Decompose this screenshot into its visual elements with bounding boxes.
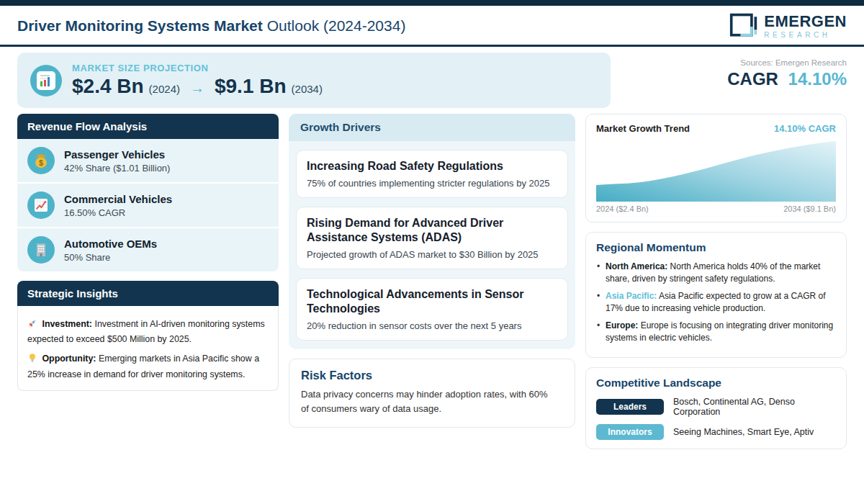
value-2024: $2.4 Bn <box>72 75 144 98</box>
regional-momentum-title: Regional Momentum <box>596 241 836 254</box>
year-2024: (2024) <box>149 83 180 95</box>
rocket-icon <box>27 318 37 333</box>
middle-column: Growth Drivers Increasing Road Safety Re… <box>289 114 575 428</box>
growth-drivers-header: Growth Drivers <box>289 114 575 141</box>
insight-investment: Investment: Investment in AI-driven moni… <box>27 318 269 346</box>
trend-start-label: 2024 ($2.4 Bn) <box>596 204 649 213</box>
revenue-rows: $ Passenger Vehicles 42% Share ($1.01 Bi… <box>17 139 279 271</box>
region-label: North America: <box>606 261 667 271</box>
line-chart-icon <box>27 192 55 219</box>
competitive-landscape-card: Competitive Landscape Leaders Bosch, Con… <box>585 367 847 449</box>
trend-title: Market Growth Trend <box>596 123 690 134</box>
trend-axis-labels: 2024 ($2.4 Bn) 2034 ($9.1 Bn) <box>596 204 836 213</box>
cagr-line: CAGR 14.10% <box>622 69 847 89</box>
growth-area-chart <box>596 140 836 202</box>
trend-header: Market Growth Trend 14.10% CAGR <box>596 123 836 134</box>
market-size-text: MARKET SIZE PROJECTION $2.4 Bn (2024) → … <box>72 63 323 98</box>
strategic-insights-header: Strategic Insights <box>17 281 279 306</box>
main-columns: Revenue Flow Analysis $ Passenger Vehicl… <box>17 114 847 459</box>
revenue-flow-panel: Revenue Flow Analysis $ Passenger Vehicl… <box>17 114 279 271</box>
money-bag-icon: $ <box>27 147 55 174</box>
page-title: Driver Monitoring Systems MarketOutlook … <box>17 17 405 35</box>
segment-stat: 16.50% CAGR <box>64 207 172 218</box>
cagr-block: Sources: Emergen Research CAGR 14.10% <box>622 53 847 108</box>
cagr-label: CAGR <box>727 69 778 89</box>
driver-title: Technological Advancements in Sensor Tec… <box>307 287 557 316</box>
driver-title: Rising Demand for Advanced Driver Assist… <box>307 216 557 245</box>
regional-momentum-card: Regional Momentum North America: North A… <box>585 232 847 358</box>
insight-label: Investment: <box>42 319 92 329</box>
strategic-insights-panel: Strategic Insights Investmen <box>17 281 279 391</box>
logo-text: EMERGEN RESEARCH <box>764 14 847 39</box>
emergen-logo-icon <box>729 12 758 40</box>
page-title-strong: Driver Monitoring Systems Market <box>17 17 263 34</box>
segment-stat: 42% Share ($1.01 Billion) <box>64 163 170 174</box>
revenue-row-oems: Automotive OEMs 50% Share <box>17 227 279 271</box>
segment-title: Automotive OEMs <box>64 238 157 250</box>
growth-driver-card: Increasing Road Safety Regulations 75% o… <box>296 150 568 198</box>
left-column: Revenue Flow Analysis $ Passenger Vehicl… <box>17 114 279 391</box>
building-icon <box>27 236 55 264</box>
driver-stat: 20% reduction in sensor costs over the n… <box>307 320 557 331</box>
bulb-icon <box>27 353 37 367</box>
page-title-rest: Outlook (2024-2034) <box>267 17 406 34</box>
region-text: Europe is focusing on integrating driver… <box>606 320 833 343</box>
market-size-values: $2.4 Bn (2024) → $9.1 Bn (2034) <box>72 75 323 98</box>
svg-text:$: $ <box>39 159 43 167</box>
region-item-europe: Europe: Europe is focusing on integratin… <box>596 320 836 345</box>
strategic-insights-body: Investment: Investment in AI-driven moni… <box>17 306 279 391</box>
revenue-flow-header: Revenue Flow Analysis <box>17 114 279 139</box>
region-item-asia-pacific: Asia Pacific: Asia Pacific expected to g… <box>596 290 836 315</box>
market-size-label: MARKET SIZE PROJECTION <box>72 63 323 73</box>
cagr-value: 14.10% <box>788 69 847 89</box>
region-label: Asia Pacific: <box>606 291 657 301</box>
innovators-badge: Innovators <box>596 424 664 440</box>
growth-driver-card: Rising Demand for Advanced Driver Assist… <box>296 207 568 269</box>
region-item-north-america: North America: North America holds 40% o… <box>596 261 836 286</box>
bar-chart-icon <box>30 65 62 96</box>
market-size-banner: MARKET SIZE PROJECTION $2.4 Bn (2024) → … <box>17 53 611 108</box>
segment-title: Commercial Vehicles <box>64 193 172 205</box>
insight-opportunity: Opportunity: Emerging markets in Asia Pa… <box>27 352 269 381</box>
competitive-landscape-title: Competitive Landscape <box>596 377 836 390</box>
header: Driver Monitoring Systems MarketOutlook … <box>0 6 864 47</box>
revenue-row-commercial: Commercial Vehicles 16.50% CAGR <box>17 182 279 227</box>
risk-factors-text: Data privacy concerns may hinder adoptio… <box>301 387 553 415</box>
risk-factors-card: Risk Factors Data privacy concerns may h… <box>289 359 575 428</box>
growth-drivers-panel: Growth Drivers Increasing Road Safety Re… <box>289 114 575 349</box>
leaders-companies: Bosch, Continental AG, Denso Corporation <box>673 397 836 417</box>
driver-stat: 75% of countries implementing stricter r… <box>307 178 557 189</box>
segment-stat: 50% Share <box>64 252 157 263</box>
trend-end-label: 2034 ($9.1 Bn) <box>783 204 836 213</box>
revenue-row-text: Passenger Vehicles 42% Share ($1.01 Bill… <box>64 148 170 174</box>
revenue-row-passenger: $ Passenger Vehicles 42% Share ($1.01 Bi… <box>17 139 279 182</box>
market-growth-trend-card: Market Growth Trend 14.10% CAGR 2024 ($2… <box>585 114 847 222</box>
growth-driver-card: Technological Advancements in Sensor Tec… <box>296 278 568 341</box>
logo-line2: RESEARCH <box>764 31 847 39</box>
segment-title: Passenger Vehicles <box>64 148 170 161</box>
year-2034: (2034) <box>292 83 323 95</box>
driver-stat: Projected growth of ADAS market to $30 B… <box>307 249 557 260</box>
leaders-badge: Leaders <box>596 399 664 415</box>
top-accent-bar <box>0 0 864 6</box>
competitive-row-innovators: Innovators Seeing Machines, Smart Eye, A… <box>596 424 836 440</box>
region-label: Europe: <box>606 320 638 330</box>
driver-title: Increasing Road Safety Regulations <box>307 159 557 174</box>
sources-note: Sources: Emergen Research <box>622 58 847 67</box>
insight-label: Opportunity: <box>42 354 96 364</box>
value-2034: $9.1 Bn <box>215 75 287 98</box>
arrow-right-icon: → <box>190 80 204 96</box>
emergen-logo: EMERGEN RESEARCH <box>729 12 847 40</box>
innovators-companies: Seeing Machines, Smart Eye, Aptiv <box>673 427 814 437</box>
revenue-row-text: Automotive OEMs 50% Share <box>64 238 157 263</box>
logo-line1: EMERGEN <box>764 14 847 30</box>
trend-cagr-badge: 14.10% CAGR <box>774 123 836 134</box>
risk-factors-title: Risk Factors <box>301 369 563 382</box>
right-column: Market Growth Trend 14.10% CAGR 2024 ($2… <box>585 114 847 459</box>
revenue-row-text: Commercial Vehicles 16.50% CAGR <box>64 193 172 218</box>
regional-list: North America: North America holds 40% o… <box>596 261 836 344</box>
market-size-banner-row: MARKET SIZE PROJECTION $2.4 Bn (2024) → … <box>17 53 847 108</box>
competitive-row-leaders: Leaders Bosch, Continental AG, Denso Cor… <box>596 397 836 417</box>
